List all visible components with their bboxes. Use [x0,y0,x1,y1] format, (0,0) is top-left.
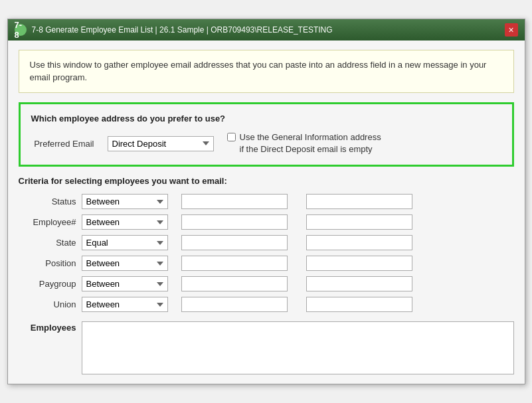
status-label: Status [19,197,82,206]
employee-num-value1[interactable] [181,214,288,230]
employees-label: Employees [19,323,82,333]
title-bar-left: 7-8 7-8 Generate Employee Email List | 2… [15,24,333,36]
paygroup-operator[interactable]: BetweenEqualNot Equal [82,276,168,291]
title-bar-text: 7-8 Generate Employee Email List | 26.1 … [32,25,333,35]
position-label: Position [19,258,82,268]
union-value2[interactable] [306,297,412,312]
position-operator[interactable]: BetweenEqualNot Equal [82,256,168,271]
union-value1[interactable] [181,297,288,312]
info-text: Use this window to gather employee email… [30,60,487,83]
position-value2[interactable] [306,256,412,271]
state-operator[interactable]: EqualBetweenNot Equal [82,235,168,250]
paygroup-value1[interactable] [181,276,288,291]
green-section: Which employee address do you prefer to … [19,102,514,167]
criteria-title: Criteria for selecting employees you wan… [19,176,514,186]
state-label: State [19,238,82,248]
paygroup-value2[interactable] [306,276,412,291]
checkbox-text-line1: Use the General Information address [240,132,381,142]
app-icon-label: 7-8 [15,20,27,40]
green-section-title: Which employee address do you prefer to … [31,114,501,123]
preferred-email-row: Preferred Email Direct Deposit General I… [31,131,501,155]
criteria-grid: Status BetweenEqualNot Equal Employee# B… [19,194,514,312]
employee-num-value2[interactable] [306,214,412,230]
window-content: Use this window to gather employee email… [8,40,525,384]
status-value2[interactable] [306,194,412,209]
checkbox-text-line2: if the Direct Deposit email is empty [240,144,373,154]
status-operator[interactable]: BetweenEqualNot Equal [82,194,168,209]
info-box: Use this window to gather employee email… [19,50,514,93]
preferred-email-label: Preferred Email [31,139,94,149]
state-value1[interactable] [181,235,288,250]
preferred-email-dropdown[interactable]: Direct Deposit General Information Work … [108,136,214,151]
use-general-info-row: Use the General Information address if t… [227,131,381,155]
criteria-section: Criteria for selecting employees you wan… [19,176,514,312]
employee-num-operator[interactable]: BetweenEqualNot Equal [82,214,168,230]
close-button[interactable]: × [505,23,518,37]
app-icon: 7-8 [15,24,27,36]
union-label: Union [19,299,82,309]
title-bar: 7-8 7-8 Generate Employee Email List | 2… [8,19,525,40]
use-general-info-checkbox[interactable] [227,133,236,141]
position-value1[interactable] [181,256,288,271]
main-window: 7-8 7-8 Generate Employee Email List | 2… [7,19,525,384]
employees-section: Employees [19,321,514,374]
status-value1[interactable] [181,194,288,209]
checkbox-text: Use the General Information address if t… [240,131,381,155]
state-value2[interactable] [306,235,412,250]
employee-num-label: Employee# [19,217,82,227]
union-operator[interactable]: BetweenEqualNot Equal [82,297,168,312]
paygroup-label: Paygroup [19,279,82,289]
employees-list[interactable] [82,321,514,374]
